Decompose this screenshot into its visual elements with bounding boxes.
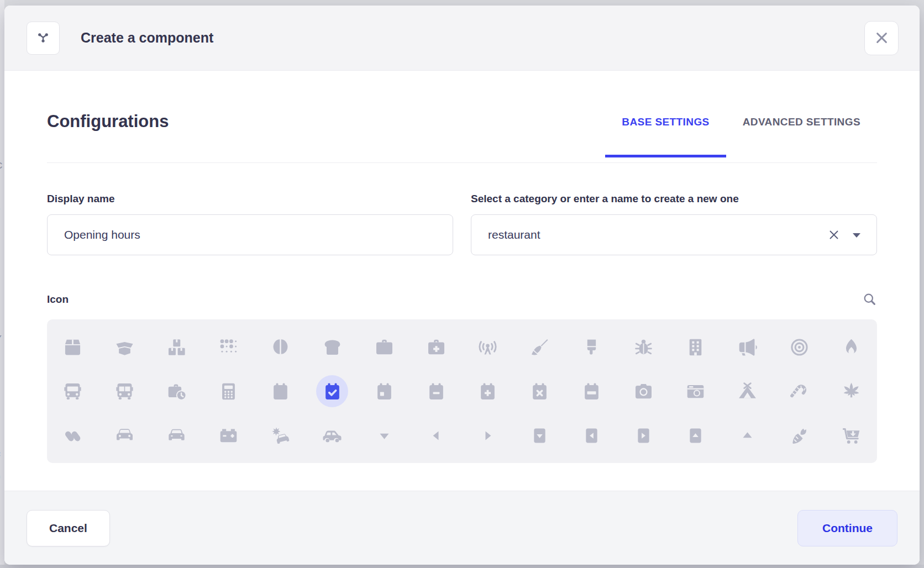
clear-x-icon[interactable] xyxy=(827,228,841,241)
icon-carrot[interactable] xyxy=(773,413,825,457)
icon-briefcase[interactable] xyxy=(358,325,410,369)
icon-calendar-times[interactable] xyxy=(514,369,566,413)
broom-icon xyxy=(529,337,550,357)
icon-brush[interactable] xyxy=(566,325,618,369)
tab-advanced-settings[interactable]: ADVANCED SETTINGS xyxy=(726,112,877,157)
icon-caret-square-up[interactable] xyxy=(670,413,722,457)
icon-caret-left[interactable] xyxy=(410,413,462,457)
icon-capsules[interactable] xyxy=(47,413,99,457)
icon-calculator[interactable] xyxy=(203,369,255,413)
icon-caret-down[interactable] xyxy=(358,413,410,457)
icon-bread-slice[interactable] xyxy=(306,325,358,369)
icon-bus-alt[interactable] xyxy=(99,369,151,413)
icon-caret-square-down[interactable] xyxy=(514,413,566,457)
icon-caret-square-right[interactable] xyxy=(618,413,670,457)
calendar-times-icon xyxy=(529,381,550,402)
caret-square-up-icon xyxy=(685,425,706,446)
icon-bus[interactable] xyxy=(47,369,99,413)
display-name-input[interactable] xyxy=(47,214,453,255)
cart-arrow-down-icon xyxy=(841,425,862,446)
icon-business-time[interactable] xyxy=(151,369,203,413)
icon-briefcase-medical[interactable] xyxy=(410,325,462,369)
icon-calendar-minus[interactable] xyxy=(410,369,462,413)
icon-car-crash[interactable] xyxy=(255,413,307,457)
caret-square-right-icon xyxy=(633,425,654,446)
backdrop-text-fragment: e xyxy=(0,202,4,215)
caret-square-left-icon xyxy=(581,425,602,446)
backdrop-text-fragment: b xyxy=(0,470,4,483)
icon-camera[interactable] xyxy=(618,369,670,413)
icon-broom[interactable] xyxy=(514,325,566,369)
form-row: Display name Select a category or enter … xyxy=(47,193,877,255)
icon-calendar-week[interactable] xyxy=(566,369,618,413)
brush-icon xyxy=(581,337,602,357)
calculator-icon xyxy=(218,381,239,402)
category-input[interactable] xyxy=(471,214,877,255)
icon-search-button[interactable] xyxy=(862,292,877,307)
boxes-icon xyxy=(166,337,187,357)
icon-picker-label: Icon xyxy=(47,293,69,306)
calendar-check-icon xyxy=(322,381,343,402)
business-time-icon xyxy=(166,381,187,402)
caret-up-icon xyxy=(737,425,758,446)
icon-candy-cane[interactable] xyxy=(773,369,825,413)
category-label: Select a category or enter a name to cre… xyxy=(471,193,877,205)
icon-calendar[interactable] xyxy=(255,369,307,413)
icon-calendar-day[interactable] xyxy=(358,369,410,413)
icon-caret-square-left[interactable] xyxy=(566,413,618,457)
icon-burn[interactable] xyxy=(825,325,877,369)
camera-icon xyxy=(633,381,654,402)
icon-calendar-plus[interactable] xyxy=(462,369,514,413)
car-crash-icon xyxy=(270,425,291,446)
icon-car-battery[interactable] xyxy=(203,413,255,457)
icon-caret-up[interactable] xyxy=(721,413,773,457)
settings-tabs: BASE SETTINGS ADVANCED SETTINGS xyxy=(605,112,877,157)
backdrop-text-fragment: n xyxy=(0,62,4,75)
icon-braille[interactable] xyxy=(203,325,255,369)
icon-bug[interactable] xyxy=(618,325,670,369)
car-alt-icon xyxy=(166,425,187,446)
icon-box-open[interactable] xyxy=(99,325,151,369)
category-field: Select a category or enter a name to cre… xyxy=(471,193,877,255)
icon-car-alt[interactable] xyxy=(151,413,203,457)
icon-car[interactable] xyxy=(99,413,151,457)
icon-campground[interactable] xyxy=(721,369,773,413)
braille-icon xyxy=(218,337,239,357)
caret-right-icon xyxy=(477,425,498,446)
create-component-modal: Create a component Configurations BASE S… xyxy=(4,6,920,565)
bug-icon xyxy=(633,337,654,357)
icon-brain[interactable] xyxy=(255,325,307,369)
icon-car-side[interactable] xyxy=(306,413,358,457)
icon-grid xyxy=(47,319,877,463)
bullseye-icon xyxy=(789,337,810,357)
continue-button[interactable]: Continue xyxy=(797,510,897,546)
tab-base-settings[interactable]: BASE SETTINGS xyxy=(605,112,726,157)
icon-boxes[interactable] xyxy=(151,325,203,369)
icon-cannabis[interactable] xyxy=(825,369,877,413)
cancel-button[interactable]: Cancel xyxy=(27,510,110,546)
icon-bullhorn[interactable] xyxy=(721,325,773,369)
icon-cart-arrow-down[interactable] xyxy=(825,413,877,457)
campground-icon xyxy=(737,381,758,402)
icon-caret-right[interactable] xyxy=(462,413,514,457)
icon-camera-retro[interactable] xyxy=(670,369,722,413)
icon-picker-section: Icon xyxy=(47,292,877,463)
icon-building[interactable] xyxy=(670,325,722,369)
modal-footer: Cancel Continue xyxy=(4,491,920,565)
caret-down-icon[interactable] xyxy=(853,233,860,238)
icon-calendar-check[interactable] xyxy=(306,369,358,413)
icon-picker-header: Icon xyxy=(47,292,877,307)
briefcase-medical-icon xyxy=(426,337,447,357)
bus-icon xyxy=(62,381,83,402)
briefcase-icon xyxy=(374,337,395,357)
car-side-icon xyxy=(322,425,343,446)
icon-broadcast-tower[interactable] xyxy=(462,325,514,369)
capsules-icon xyxy=(62,425,83,446)
icon-box[interactable] xyxy=(47,325,99,369)
page-title: Configurations xyxy=(47,112,169,132)
icon-bullseye[interactable] xyxy=(773,325,825,369)
close-button[interactable] xyxy=(864,21,899,55)
cannabis-icon xyxy=(841,381,862,402)
background-page-sliver: nticertYnt=bt xyxy=(0,0,4,568)
backdrop-text-fragment: t xyxy=(0,288,4,302)
